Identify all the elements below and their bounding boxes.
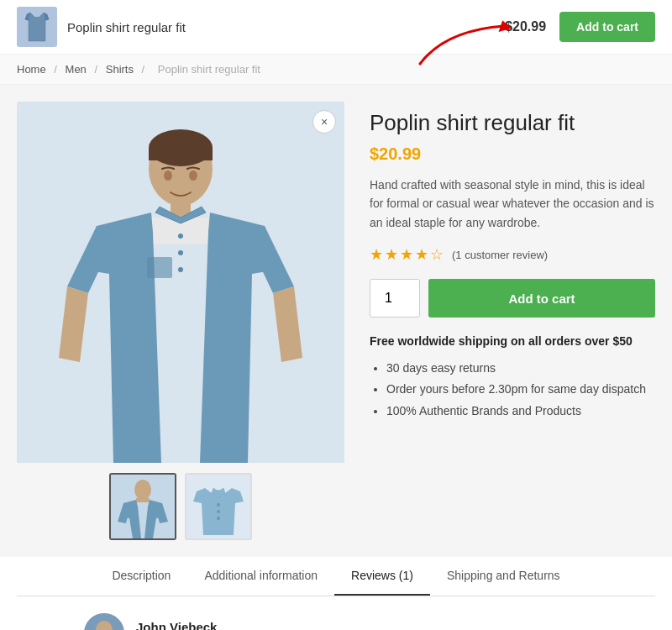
thumbnail-2[interactable] bbox=[185, 473, 252, 540]
svg-point-7 bbox=[178, 234, 183, 239]
add-to-cart-row: Add to cart bbox=[370, 279, 655, 318]
svg-point-14 bbox=[134, 480, 151, 500]
breadcrumb-sep-2: / bbox=[94, 63, 97, 76]
feature-list: 30 days easy returns Order yours before … bbox=[370, 358, 655, 422]
svg-point-8 bbox=[178, 250, 183, 255]
tab-reviews[interactable]: Reviews (1) bbox=[334, 557, 430, 596]
svg-point-11 bbox=[164, 171, 172, 181]
product-price: $20.99 bbox=[370, 144, 655, 164]
svg-point-18 bbox=[217, 510, 220, 513]
breadcrumb-sep-3: / bbox=[142, 63, 145, 76]
top-bar-price: $20.99 bbox=[505, 19, 546, 34]
top-bar-title: Poplin shirt regular fit bbox=[67, 20, 186, 34]
product-details: Poplin shirt regular fit $20.99 Hand cra… bbox=[370, 102, 655, 540]
feature-item-3: 100% Authentic Brands and Products bbox=[386, 401, 655, 422]
quantity-input[interactable] bbox=[370, 279, 420, 318]
breadcrumb-home[interactable]: Home bbox=[17, 63, 46, 76]
add-to-cart-top-button[interactable]: Add to cart bbox=[559, 12, 655, 42]
add-to-cart-main-button[interactable]: Add to cart bbox=[428, 279, 655, 318]
main-content: × bbox=[0, 85, 672, 557]
svg-point-12 bbox=[189, 171, 197, 181]
tab-shipping[interactable]: Shipping and Returns bbox=[430, 557, 577, 596]
thumbnail-1[interactable] bbox=[109, 473, 176, 540]
reviewer-avatar bbox=[84, 613, 124, 630]
top-bar-right: $20.99 Add to cart bbox=[505, 12, 655, 42]
tabs: Description Additional information Revie… bbox=[17, 557, 655, 596]
feature-item-1: 30 days easy returns bbox=[386, 358, 655, 379]
breadcrumb-shirts[interactable]: Shirts bbox=[106, 63, 134, 76]
shipping-notice: Free worldwide shipping on all orders ov… bbox=[370, 334, 655, 348]
top-bar-left: Poplin shirt regular fit bbox=[17, 7, 186, 47]
product-images: × bbox=[17, 102, 344, 540]
reviewer-info: John Viebeck May 17, 2018 bbox=[136, 620, 217, 630]
reviewer-name: John Viebeck bbox=[136, 620, 217, 630]
top-bar-thumbnail bbox=[17, 7, 57, 47]
breadcrumb-sep-1: / bbox=[54, 63, 57, 76]
main-product-image bbox=[17, 102, 344, 463]
svg-rect-10 bbox=[147, 257, 172, 278]
rating-count: (1 customer review) bbox=[452, 249, 548, 261]
svg-point-19 bbox=[217, 517, 220, 520]
svg-rect-5 bbox=[149, 148, 213, 160]
main-image-wrapper: × bbox=[17, 102, 344, 463]
product-description: Hand crafted with seasonal style in mind… bbox=[370, 176, 655, 232]
thumbnails bbox=[109, 473, 252, 540]
feature-item-2: Order yours before 2.30pm for same day d… bbox=[386, 379, 655, 400]
breadcrumb-current: Poplin shirt regular fit bbox=[158, 63, 260, 76]
star-rating: ★★★★☆ bbox=[370, 245, 445, 264]
svg-point-9 bbox=[178, 267, 183, 272]
breadcrumb: Home / Men / Shirts / Poplin shirt regul… bbox=[0, 55, 672, 85]
close-button[interactable]: × bbox=[312, 110, 336, 134]
tab-description[interactable]: Description bbox=[95, 557, 187, 596]
review-section: John Viebeck May 17, 2018 bbox=[84, 596, 588, 630]
reviewer: John Viebeck May 17, 2018 bbox=[84, 613, 588, 630]
svg-rect-15 bbox=[136, 498, 150, 502]
bottom-section: Description Additional information Revie… bbox=[0, 557, 672, 630]
top-bar: Poplin shirt regular fit $20.99 Add to c… bbox=[0, 0, 672, 55]
breadcrumb-men[interactable]: Men bbox=[66, 63, 87, 76]
product-title: Poplin shirt regular fit bbox=[370, 110, 655, 136]
rating-row: ★★★★☆ (1 customer review) bbox=[370, 245, 655, 264]
tab-additional-info[interactable]: Additional information bbox=[187, 557, 334, 596]
svg-point-17 bbox=[217, 503, 220, 507]
